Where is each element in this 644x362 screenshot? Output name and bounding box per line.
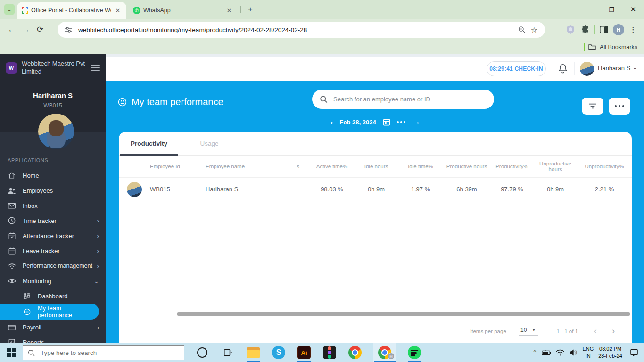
cortana-icon[interactable] [195, 343, 210, 362]
screen: ⌄ Office Portal - Collaborative Wo ✕ ✆ W… [0, 0, 644, 362]
browser-profile-avatar[interactable]: H [613, 24, 624, 35]
previous-day-chevron-icon[interactable]: ‹ [330, 118, 333, 126]
battery-icon[interactable] [542, 350, 551, 355]
wifi-icon[interactable] [556, 349, 564, 356]
col-header: Idle time% [398, 164, 443, 169]
payroll-wallet-icon [8, 323, 16, 331]
col-header: Productive hours [443, 164, 490, 169]
file-explorer-icon[interactable] [246, 343, 261, 362]
forward-button[interactable]: → [19, 23, 33, 37]
language-indicator[interactable]: ENG IN [582, 346, 594, 360]
tab-productivity[interactable]: Productivity [119, 132, 179, 155]
shield-extension-icon[interactable] [564, 24, 577, 36]
performance-card: Productivity Usage Employee Id Employee … [119, 132, 632, 343]
col-header: Employee Id [150, 164, 206, 169]
browser-tab-active[interactable]: Office Portal - Collaborative Wo ✕ [17, 2, 126, 19]
cell-unproductive-hours: 0h 9m [534, 186, 577, 193]
profile-avatar[interactable] [38, 114, 74, 149]
taskbar-search-input[interactable] [41, 349, 179, 356]
sidebar-item-leave-tracker[interactable]: Leave tracker › [0, 243, 106, 258]
window-controls: — ❐ ✕ [579, 0, 644, 19]
sidebar-item-performance-management[interactable]: Performance management › [0, 258, 106, 273]
all-bookmarks-label[interactable]: All Bookmarks [600, 44, 637, 50]
user-menu-chevron-icon[interactable]: ⌄ [633, 65, 637, 71]
office-portal-favicon-icon [22, 7, 28, 14]
sidebar-item-monitoring[interactable]: Monitoring ⌄ [0, 273, 106, 288]
start-button-icon[interactable] [7, 348, 16, 357]
extensions-puzzle-icon[interactable] [579, 24, 592, 36]
employees-icon [8, 186, 16, 195]
more-options-button[interactable] [609, 98, 630, 115]
sidebar-item-my-team-performance[interactable]: My team performance [0, 304, 99, 320]
tab-search-button[interactable]: ⌄ [4, 4, 15, 15]
next-page-chevron-icon[interactable]: › [608, 326, 619, 336]
performance-icon [8, 262, 16, 270]
illustrator-icon[interactable]: Ai [297, 343, 312, 362]
company-logo: W [6, 62, 17, 74]
selected-date[interactable]: Feb 28, 2024 [339, 119, 376, 126]
sidebar-item-time-tracker[interactable]: Time tracker › [0, 213, 106, 228]
side-panel-icon[interactable] [598, 24, 610, 36]
close-button[interactable]: ✕ [622, 0, 644, 19]
site-settings-icon[interactable] [62, 24, 74, 36]
taskbar-search[interactable] [23, 345, 184, 360]
browser-menu-kebab-icon[interactable]: ⋮ [627, 24, 639, 36]
table-row[interactable]: WB015 Hariharan S 98.03 % 0h 9m 1.97 % 6… [119, 178, 632, 201]
zoom-icon[interactable] [516, 24, 528, 36]
pagination-bar: Items per page 10 ▼ 1 - 1 of 1 ‹ › [119, 319, 632, 343]
header-user-avatar[interactable] [580, 62, 594, 76]
search-input[interactable] [333, 96, 487, 103]
task-view-icon[interactable] [220, 343, 235, 362]
new-tab-button[interactable]: + [245, 4, 256, 15]
sidebar-item-payroll[interactable]: Payroll › [0, 320, 106, 335]
minimize-button[interactable]: — [579, 0, 601, 19]
volume-icon[interactable] [569, 349, 578, 356]
cell-active-time: 98.03 % [309, 186, 355, 193]
attendance-calendar-icon [8, 231, 16, 240]
previous-page-chevron-icon[interactable]: ‹ [590, 326, 601, 336]
bookmark-star-icon[interactable]: ☆ [528, 24, 540, 36]
profile-name: Hariharan S [0, 91, 106, 99]
page-title-icon [118, 98, 127, 107]
sidebar-item-attendance-tracker[interactable]: Attendance tracker › [0, 228, 106, 243]
select-caret-icon: ▼ [532, 328, 536, 332]
tab-close-icon[interactable]: ✕ [114, 7, 122, 14]
url-text[interactable]: webbitech.officeportal.io/monitoring/my-… [78, 26, 516, 33]
monitoring-eye-icon [8, 277, 16, 285]
filter-button[interactable] [582, 98, 603, 115]
tab-usage[interactable]: Usage [179, 132, 239, 155]
cell-unproductivity: 2.21 % [577, 186, 632, 193]
calendar-icon[interactable] [383, 118, 390, 126]
notifications-bell-icon[interactable] [558, 63, 570, 74]
hamburger-menu-icon[interactable] [91, 65, 100, 71]
next-day-chevron-icon[interactable]: › [417, 118, 419, 126]
employee-search[interactable] [312, 90, 494, 109]
header-user-name[interactable]: Hariharan S [598, 65, 630, 72]
date-more-icon[interactable] [397, 121, 405, 123]
col-header: Productivity% [490, 164, 534, 169]
sidebar-item-dashboard[interactable]: Dashboard [0, 288, 106, 304]
header-divider [574, 62, 575, 75]
action-center-icon[interactable] [630, 349, 638, 356]
tray-expand-chevron-icon[interactable]: ⌃ [532, 349, 537, 356]
browser-tab-whatsapp[interactable]: ✆ WhatsApp ✕ [128, 2, 238, 19]
restore-button[interactable]: ❐ [601, 0, 622, 19]
sidebar-item-inbox[interactable]: Inbox [0, 198, 106, 213]
skype-icon[interactable]: S [271, 343, 286, 362]
figma-icon[interactable] [322, 343, 337, 362]
sidebar-item-home[interactable]: Home [0, 168, 106, 183]
horizontal-scrollbar[interactable] [177, 312, 630, 316]
sidebar-item-employees[interactable]: Employees [0, 183, 106, 198]
chrome-profile-icon[interactable]: H [373, 343, 396, 362]
omnibox[interactable]: webbitech.officeportal.io/monitoring/my-… [58, 22, 545, 38]
reload-button[interactable]: ⟳ [33, 23, 47, 37]
items-per-page-select[interactable]: 10 ▼ [519, 327, 538, 336]
check-in-button[interactable]: 08:29:41 CHECK-IN [487, 61, 546, 76]
chrome-icon[interactable] [347, 343, 363, 362]
spotify-icon[interactable] [407, 343, 422, 362]
clock[interactable]: 08:02 PM 28-Feb-24 [598, 346, 622, 360]
sidebar-header: W Webbitech Maestro Pvt Limited [0, 54, 106, 81]
tab-close-icon[interactable]: ✕ [225, 7, 233, 14]
back-button[interactable]: ← [5, 23, 19, 37]
leave-calendar-icon [8, 247, 16, 255]
